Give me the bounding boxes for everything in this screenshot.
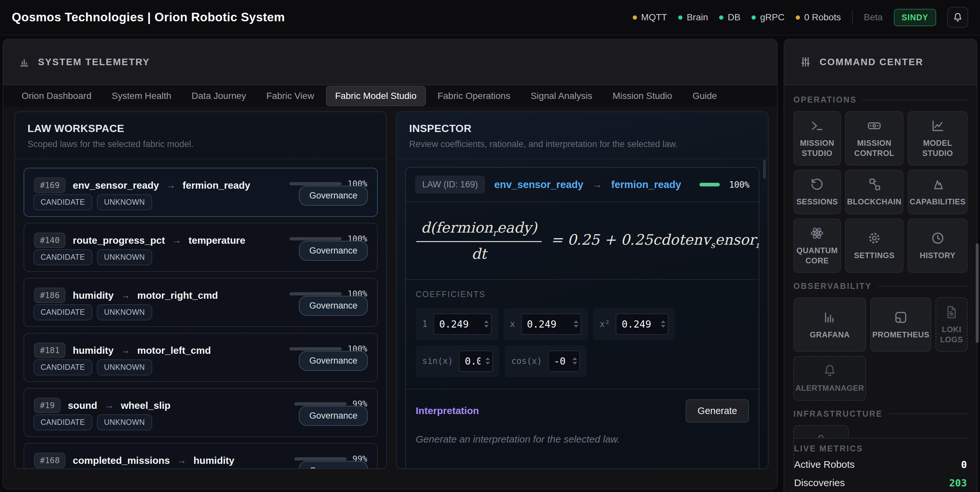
file-text-icon (944, 305, 959, 320)
tile-blockchain[interactable]: BLOCKCHAIN (845, 170, 904, 214)
tile-history[interactable]: HISTORY (908, 219, 967, 273)
coefficients-section: COEFFICIENTS 1 x (406, 280, 759, 390)
telemetry-title: SYSTEM TELEMETRY (38, 57, 150, 67)
law-workspace-header: LAW WORKSPACE Scoped laws for the select… (15, 112, 386, 159)
metric-discoveries: Discoveries 203 (794, 474, 967, 492)
law-target: fermion_ready (183, 180, 250, 191)
generate-button[interactable]: Generate (686, 399, 749, 423)
law-id-badge: #169 (34, 177, 65, 193)
tile-sessions[interactable]: SESSIONS (794, 170, 841, 214)
stepper-arrows-icon[interactable] (573, 357, 577, 364)
bar-chart-icon (18, 56, 30, 68)
export-actions: Copy JSON Copy LaTeX (406, 455, 759, 469)
tile-mission-control[interactable]: MISSION CONTROL (845, 111, 904, 165)
coefficient-x2: x² (593, 308, 675, 340)
law-card-181[interactable]: #181 humidity → motor_left_cmd 100% CAND… (24, 333, 378, 382)
telemetry-tabbar: Orion Dashboard System Health Data Journ… (3, 85, 777, 107)
tag-candidate: CANDIDATE (33, 249, 92, 265)
atom-icon (810, 226, 824, 241)
stepper-arrows-icon[interactable] (661, 320, 665, 327)
governance-button[interactable]: Governance (299, 241, 368, 261)
tile-alertmanager[interactable]: ALERTMANAGER (794, 356, 866, 400)
inspector-title: INSPECTOR (409, 123, 756, 135)
governance-button[interactable]: Governance (299, 296, 368, 316)
law-card-19[interactable]: #19 sound → wheel_slip 99% CANDIDATE UNK… (24, 388, 378, 437)
tab-guide[interactable]: Guide (684, 86, 725, 105)
coefficient-x-input[interactable] (521, 313, 581, 335)
equation-rhs: = 0.25 + 0.25cdotenvsensorready + 0.25cd… (551, 231, 759, 250)
inspector-subtitle: Review coefficients, rationale, and inte… (409, 139, 756, 149)
law-target: wheel_slip (121, 400, 170, 411)
notifications-button[interactable] (947, 7, 968, 28)
governance-button[interactable]: Governance (299, 461, 368, 468)
tile-settings[interactable]: SETTINGS (845, 219, 904, 273)
telemetry-header: SYSTEM TELEMETRY (3, 39, 777, 85)
metric-value: 0 (961, 459, 967, 470)
law-target: motor_left_cmd (137, 345, 211, 356)
law-workspace-subtitle: Scoped laws for the selected fabric mode… (27, 139, 374, 149)
tile-loki-logs[interactable]: LOKI LOGS (935, 297, 967, 352)
tile-capabilities[interactable]: CAPABILITIES (908, 170, 967, 214)
observability-grid: GRAFANA PROMETHEUS LOKI LOGS (794, 297, 967, 401)
coefficient-x2-input[interactable] (616, 313, 668, 335)
law-list: #169 env_sensor_ready → fermion_ready 10… (15, 159, 386, 468)
tile-grafana[interactable]: GRAFANA (794, 297, 866, 352)
law-id-badge: LAW (ID: 169) (415, 176, 485, 193)
coefficients-label: COEFFICIENTS (416, 289, 749, 299)
confidence-bar-green (700, 183, 720, 186)
law-target: temperature (189, 235, 245, 246)
law-source: completed_missions (73, 455, 170, 466)
tab-signal-analysis[interactable]: Signal Analysis (522, 86, 601, 105)
confidence-value: 100% (729, 180, 749, 190)
tag-candidate: CANDIDATE (33, 359, 92, 375)
coefficient-cosx: cos(x) (505, 345, 587, 377)
mountain-icon (930, 177, 945, 192)
sliders-icon (799, 56, 812, 68)
window-scrollbar[interactable] (976, 243, 979, 343)
tab-orion-dashboard[interactable]: Orion Dashboard (13, 86, 100, 105)
bell-icon (822, 363, 837, 379)
law-card-168[interactable]: #168 completed_missions → humidity 99% C… (24, 443, 378, 468)
tag-candidate: CANDIDATE (33, 304, 92, 320)
tab-fabric-operations[interactable]: Fabric Operations (429, 86, 519, 105)
law-card-186[interactable]: #186 humidity → motor_right_cmd 100% CAN… (24, 278, 378, 327)
arrow-icon: → (592, 179, 602, 190)
stepper-arrows-icon[interactable] (484, 320, 489, 327)
line-chart-icon (930, 118, 945, 133)
stepper-arrows-icon[interactable] (574, 320, 578, 327)
governance-button[interactable]: Governance (299, 351, 368, 371)
tab-system-health[interactable]: System Health (103, 86, 180, 105)
tab-mission-studio[interactable]: Mission Studio (604, 86, 681, 105)
tab-fabric-model-studio[interactable]: Fabric Model Studio (326, 86, 426, 106)
law-id-badge: #19 (34, 398, 60, 413)
status-chip-db: DB (719, 12, 740, 22)
stepper-arrows-icon[interactable] (485, 357, 490, 364)
confidence-bar (290, 292, 342, 296)
tab-fabric-view[interactable]: Fabric View (258, 86, 323, 105)
tile-prometheus[interactable]: PROMETHEUS (870, 297, 931, 352)
live-metrics-section: LIVE METRICS Active Robots 0 Discoveries… (794, 438, 967, 492)
arrow-icon: → (121, 345, 130, 356)
governance-button[interactable]: Governance (299, 406, 368, 426)
inspector-law-row: LAW (ID: 169) env_sensor_ready → fermion… (406, 168, 759, 202)
confidence-bar (290, 182, 342, 185)
coefficient-1: 1 (416, 308, 498, 340)
law-target: motor_right_cmd (137, 290, 218, 301)
status-dot-icon (796, 15, 800, 20)
governance-button[interactable]: Governance (299, 186, 368, 206)
tile-mission-studio[interactable]: MISSION STUDIO (794, 111, 841, 165)
tile-model-studio[interactable]: MODEL STUDIO (908, 111, 967, 165)
law-id-badge: #181 (34, 343, 65, 358)
operations-section-label: OPERATIONS (794, 95, 967, 104)
controller-icon (867, 118, 882, 133)
coefficient-1-input[interactable] (433, 313, 492, 335)
law-card-169[interactable]: #169 env_sensor_ready → fermion_ready 10… (24, 168, 378, 217)
command-center-body: OPERATIONS MISSION STUDIO MISSION CONTR (784, 85, 977, 492)
tab-data-journey[interactable]: Data Journey (183, 86, 255, 105)
tag-unknown: UNKNOWN (97, 304, 152, 320)
clock-icon (930, 231, 945, 246)
tile-quantum-core[interactable]: QUANTUM CORE (794, 219, 841, 273)
law-card-140[interactable]: #140 route_progress_pct → temperature 10… (24, 223, 378, 272)
status-dot-icon (719, 15, 723, 20)
inspector-scrollbar[interactable] (763, 160, 766, 179)
